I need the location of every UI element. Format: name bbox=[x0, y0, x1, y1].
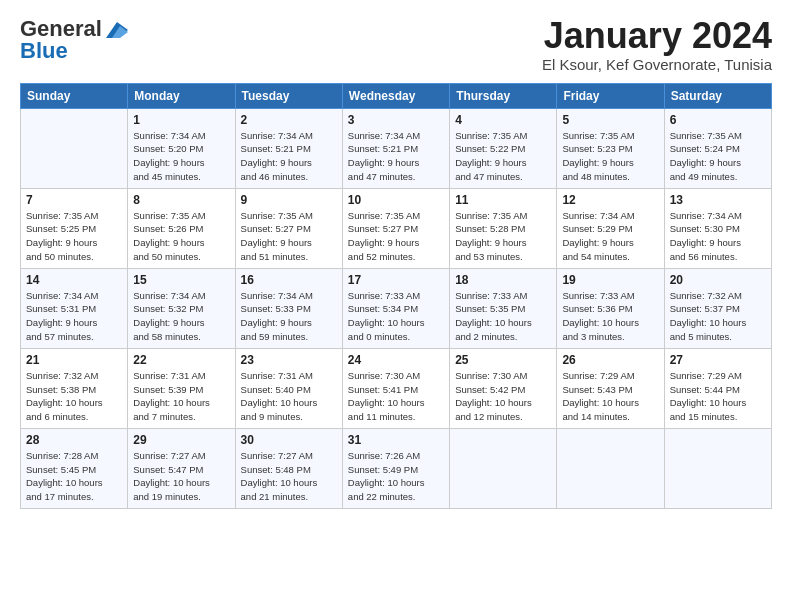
day-cell: 4Sunrise: 7:35 AM Sunset: 5:22 PM Daylig… bbox=[450, 108, 557, 188]
day-info: Sunrise: 7:34 AM Sunset: 5:30 PM Dayligh… bbox=[670, 209, 766, 264]
day-number: 18 bbox=[455, 273, 551, 287]
day-number: 12 bbox=[562, 193, 658, 207]
header-row: SundayMondayTuesdayWednesdayThursdayFrid… bbox=[21, 83, 772, 108]
day-cell bbox=[21, 108, 128, 188]
day-info: Sunrise: 7:35 AM Sunset: 5:25 PM Dayligh… bbox=[26, 209, 122, 264]
day-info: Sunrise: 7:32 AM Sunset: 5:37 PM Dayligh… bbox=[670, 289, 766, 344]
day-cell: 22Sunrise: 7:31 AM Sunset: 5:39 PM Dayli… bbox=[128, 348, 235, 428]
day-info: Sunrise: 7:29 AM Sunset: 5:44 PM Dayligh… bbox=[670, 369, 766, 424]
day-cell: 25Sunrise: 7:30 AM Sunset: 5:42 PM Dayli… bbox=[450, 348, 557, 428]
day-number: 17 bbox=[348, 273, 444, 287]
day-info: Sunrise: 7:26 AM Sunset: 5:49 PM Dayligh… bbox=[348, 449, 444, 504]
day-number: 31 bbox=[348, 433, 444, 447]
day-info: Sunrise: 7:34 AM Sunset: 5:33 PM Dayligh… bbox=[241, 289, 337, 344]
title-area: January 2024 El Ksour, Kef Governorate, … bbox=[542, 16, 772, 73]
day-number: 14 bbox=[26, 273, 122, 287]
header-cell-thursday: Thursday bbox=[450, 83, 557, 108]
day-number: 3 bbox=[348, 113, 444, 127]
day-number: 5 bbox=[562, 113, 658, 127]
day-cell: 7Sunrise: 7:35 AM Sunset: 5:25 PM Daylig… bbox=[21, 188, 128, 268]
day-cell bbox=[557, 428, 664, 508]
day-number: 28 bbox=[26, 433, 122, 447]
day-cell: 19Sunrise: 7:33 AM Sunset: 5:36 PM Dayli… bbox=[557, 268, 664, 348]
day-info: Sunrise: 7:35 AM Sunset: 5:28 PM Dayligh… bbox=[455, 209, 551, 264]
day-number: 29 bbox=[133, 433, 229, 447]
day-number: 22 bbox=[133, 353, 229, 367]
day-cell: 18Sunrise: 7:33 AM Sunset: 5:35 PM Dayli… bbox=[450, 268, 557, 348]
day-info: Sunrise: 7:32 AM Sunset: 5:38 PM Dayligh… bbox=[26, 369, 122, 424]
day-cell: 23Sunrise: 7:31 AM Sunset: 5:40 PM Dayli… bbox=[235, 348, 342, 428]
day-cell: 14Sunrise: 7:34 AM Sunset: 5:31 PM Dayli… bbox=[21, 268, 128, 348]
week-row-4: 21Sunrise: 7:32 AM Sunset: 5:38 PM Dayli… bbox=[21, 348, 772, 428]
day-number: 23 bbox=[241, 353, 337, 367]
header-cell-tuesday: Tuesday bbox=[235, 83, 342, 108]
day-info: Sunrise: 7:35 AM Sunset: 5:22 PM Dayligh… bbox=[455, 129, 551, 184]
header-cell-wednesday: Wednesday bbox=[342, 83, 449, 108]
month-title: January 2024 bbox=[542, 16, 772, 56]
day-info: Sunrise: 7:35 AM Sunset: 5:27 PM Dayligh… bbox=[241, 209, 337, 264]
day-number: 26 bbox=[562, 353, 658, 367]
day-cell: 11Sunrise: 7:35 AM Sunset: 5:28 PM Dayli… bbox=[450, 188, 557, 268]
day-number: 20 bbox=[670, 273, 766, 287]
logo: General Blue bbox=[20, 16, 128, 64]
day-cell bbox=[664, 428, 771, 508]
day-number: 19 bbox=[562, 273, 658, 287]
day-info: Sunrise: 7:34 AM Sunset: 5:20 PM Dayligh… bbox=[133, 129, 229, 184]
day-info: Sunrise: 7:30 AM Sunset: 5:42 PM Dayligh… bbox=[455, 369, 551, 424]
day-cell: 12Sunrise: 7:34 AM Sunset: 5:29 PM Dayli… bbox=[557, 188, 664, 268]
day-cell: 5Sunrise: 7:35 AM Sunset: 5:23 PM Daylig… bbox=[557, 108, 664, 188]
day-info: Sunrise: 7:33 AM Sunset: 5:36 PM Dayligh… bbox=[562, 289, 658, 344]
day-info: Sunrise: 7:34 AM Sunset: 5:32 PM Dayligh… bbox=[133, 289, 229, 344]
day-info: Sunrise: 7:33 AM Sunset: 5:35 PM Dayligh… bbox=[455, 289, 551, 344]
day-cell: 15Sunrise: 7:34 AM Sunset: 5:32 PM Dayli… bbox=[128, 268, 235, 348]
subtitle: El Ksour, Kef Governorate, Tunisia bbox=[542, 56, 772, 73]
day-number: 2 bbox=[241, 113, 337, 127]
day-info: Sunrise: 7:27 AM Sunset: 5:48 PM Dayligh… bbox=[241, 449, 337, 504]
day-info: Sunrise: 7:35 AM Sunset: 5:24 PM Dayligh… bbox=[670, 129, 766, 184]
logo-icon bbox=[106, 22, 128, 38]
day-number: 9 bbox=[241, 193, 337, 207]
day-cell: 1Sunrise: 7:34 AM Sunset: 5:20 PM Daylig… bbox=[128, 108, 235, 188]
day-cell bbox=[450, 428, 557, 508]
day-number: 8 bbox=[133, 193, 229, 207]
day-number: 6 bbox=[670, 113, 766, 127]
day-number: 15 bbox=[133, 273, 229, 287]
day-info: Sunrise: 7:30 AM Sunset: 5:41 PM Dayligh… bbox=[348, 369, 444, 424]
day-cell: 21Sunrise: 7:32 AM Sunset: 5:38 PM Dayli… bbox=[21, 348, 128, 428]
day-cell: 20Sunrise: 7:32 AM Sunset: 5:37 PM Dayli… bbox=[664, 268, 771, 348]
day-number: 24 bbox=[348, 353, 444, 367]
day-cell: 2Sunrise: 7:34 AM Sunset: 5:21 PM Daylig… bbox=[235, 108, 342, 188]
day-number: 16 bbox=[241, 273, 337, 287]
day-number: 13 bbox=[670, 193, 766, 207]
day-info: Sunrise: 7:34 AM Sunset: 5:29 PM Dayligh… bbox=[562, 209, 658, 264]
day-info: Sunrise: 7:33 AM Sunset: 5:34 PM Dayligh… bbox=[348, 289, 444, 344]
day-cell: 9Sunrise: 7:35 AM Sunset: 5:27 PM Daylig… bbox=[235, 188, 342, 268]
day-number: 25 bbox=[455, 353, 551, 367]
week-row-5: 28Sunrise: 7:28 AM Sunset: 5:45 PM Dayli… bbox=[21, 428, 772, 508]
day-info: Sunrise: 7:34 AM Sunset: 5:21 PM Dayligh… bbox=[241, 129, 337, 184]
day-info: Sunrise: 7:31 AM Sunset: 5:39 PM Dayligh… bbox=[133, 369, 229, 424]
header-cell-sunday: Sunday bbox=[21, 83, 128, 108]
day-info: Sunrise: 7:29 AM Sunset: 5:43 PM Dayligh… bbox=[562, 369, 658, 424]
day-number: 30 bbox=[241, 433, 337, 447]
day-number: 10 bbox=[348, 193, 444, 207]
day-cell: 29Sunrise: 7:27 AM Sunset: 5:47 PM Dayli… bbox=[128, 428, 235, 508]
day-cell: 30Sunrise: 7:27 AM Sunset: 5:48 PM Dayli… bbox=[235, 428, 342, 508]
day-info: Sunrise: 7:35 AM Sunset: 5:23 PM Dayligh… bbox=[562, 129, 658, 184]
header-cell-friday: Friday bbox=[557, 83, 664, 108]
week-row-3: 14Sunrise: 7:34 AM Sunset: 5:31 PM Dayli… bbox=[21, 268, 772, 348]
day-info: Sunrise: 7:28 AM Sunset: 5:45 PM Dayligh… bbox=[26, 449, 122, 504]
day-info: Sunrise: 7:35 AM Sunset: 5:27 PM Dayligh… bbox=[348, 209, 444, 264]
day-info: Sunrise: 7:31 AM Sunset: 5:40 PM Dayligh… bbox=[241, 369, 337, 424]
day-info: Sunrise: 7:34 AM Sunset: 5:31 PM Dayligh… bbox=[26, 289, 122, 344]
calendar-table: SundayMondayTuesdayWednesdayThursdayFrid… bbox=[20, 83, 772, 509]
day-number: 27 bbox=[670, 353, 766, 367]
day-cell: 28Sunrise: 7:28 AM Sunset: 5:45 PM Dayli… bbox=[21, 428, 128, 508]
day-cell: 6Sunrise: 7:35 AM Sunset: 5:24 PM Daylig… bbox=[664, 108, 771, 188]
day-info: Sunrise: 7:35 AM Sunset: 5:26 PM Dayligh… bbox=[133, 209, 229, 264]
week-row-1: 1Sunrise: 7:34 AM Sunset: 5:20 PM Daylig… bbox=[21, 108, 772, 188]
logo-blue: Blue bbox=[20, 38, 68, 64]
day-number: 11 bbox=[455, 193, 551, 207]
header: General Blue January 2024 El Ksour, Kef … bbox=[20, 16, 772, 73]
day-cell: 16Sunrise: 7:34 AM Sunset: 5:33 PM Dayli… bbox=[235, 268, 342, 348]
